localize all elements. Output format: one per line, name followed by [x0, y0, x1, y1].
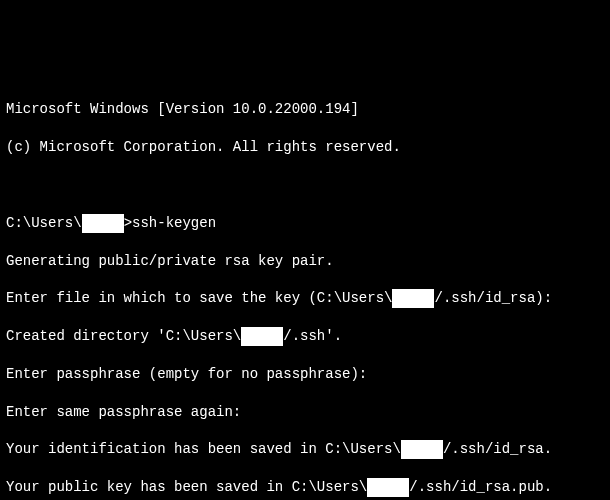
version-line: Microsoft Windows [Version 10.0.22000.19… [6, 100, 604, 119]
copyright-line: (c) Microsoft Corporation. All rights re… [6, 138, 604, 157]
output-passphrase-again: Enter same passphrase again: [6, 403, 604, 422]
prompt-prefix: C:\Users\ [6, 215, 82, 231]
prompt-suffix: > [124, 215, 132, 231]
redacted-username: XXXXX [392, 289, 434, 308]
output-generating: Generating public/private rsa key pair. [6, 252, 604, 271]
terminal-output: Microsoft Windows [Version 10.0.22000.19… [6, 82, 604, 500]
output-created-dir: Created directory 'C:\Users\XXXXX/.ssh'. [6, 327, 604, 346]
redacted-username: XXXXX [241, 327, 283, 346]
prompt-command-line: C:\Users\XXXXX>ssh-keygen [6, 214, 604, 233]
redacted-username: XXXXX [401, 440, 443, 459]
output-passphrase: Enter passphrase (empty for no passphras… [6, 365, 604, 384]
redacted-username: XXXXX [82, 214, 124, 233]
output-pubkey-saved: Your public key has been saved in C:\Use… [6, 478, 604, 497]
redacted-username: XXXXX [367, 478, 409, 497]
output-id-saved: Your identification has been saved in C:… [6, 440, 604, 459]
blank-line [6, 176, 604, 195]
output-enter-file: Enter file in which to save the key (C:\… [6, 289, 604, 308]
entered-command: ssh-keygen [132, 215, 216, 231]
